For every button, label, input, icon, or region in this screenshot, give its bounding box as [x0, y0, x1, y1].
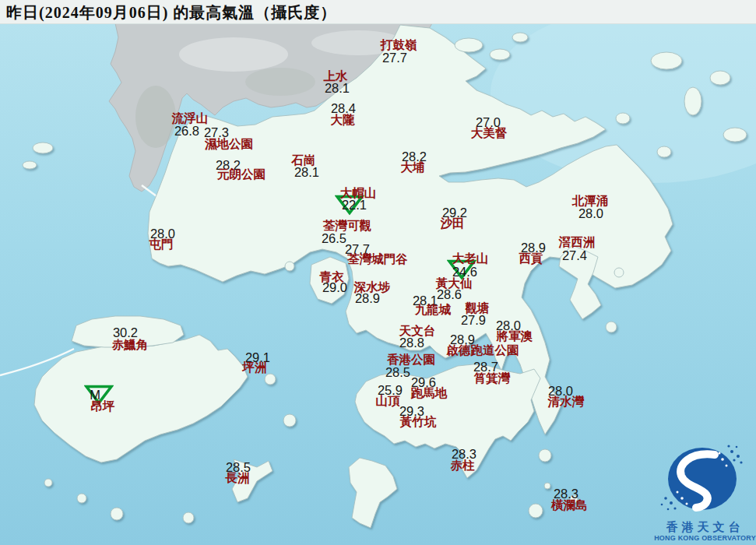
hko-logo: 香港天文台 HONG KONG OBSERVATORY: [654, 436, 756, 545]
station-name-label: 天文台: [399, 325, 436, 337]
shek-kwu-chau-islet: [183, 512, 194, 523]
station-temp-value: 26.8: [174, 125, 199, 138]
station-name-label: 橫瀾島: [551, 499, 588, 512]
hko-max-temperature-map: 昨日(2024年09月06日) 的最高氣溫（攝氏度） 27.7打鼓嶺28.1上水…: [0, 0, 756, 545]
hko-logo-name-en: HONG KONG OBSERVATORY: [654, 534, 756, 542]
station-name-label: 大隴: [331, 114, 355, 126]
station-name-label: 西貢: [519, 252, 543, 265]
station-temp-value: 30.2: [113, 326, 138, 339]
station-name-label: 大美督: [471, 127, 508, 139]
ne-island-1: [455, 38, 483, 52]
ma-wan-island: [285, 262, 294, 271]
port-shelter-islet-2: [606, 322, 617, 332]
ne-island-7: [723, 128, 747, 142]
station-name-label: 濕地公園: [205, 138, 253, 150]
soko-islet-3: [44, 479, 52, 487]
station-name-label: 石崗: [292, 154, 316, 167]
station-name-label: 荃灣城門谷: [347, 253, 408, 265]
station-temp-value: 27.9: [461, 314, 486, 327]
soko-islet-2: [111, 508, 123, 520]
station-name-label: 打鼓嶺: [381, 39, 417, 51]
tung-lung-island: [539, 449, 551, 462]
waglan-islet: [544, 483, 550, 489]
station-temp-value: 22.1: [342, 199, 367, 212]
hko-logo-icon: [654, 436, 756, 520]
station-name-label: 觀塘: [466, 302, 490, 315]
station-name-label: 荃灣可觀: [323, 220, 371, 232]
peng-chau-island: [265, 374, 276, 385]
station-name-label: 香港公園: [387, 353, 435, 366]
station-name-label: 黃大仙: [436, 277, 473, 290]
ne-island-5: [684, 87, 701, 115]
station-temp-value: 28.1: [325, 82, 350, 95]
station-name-label: 長洲: [226, 472, 250, 484]
hong-kong-map: [0, 0, 756, 545]
station-name-label: 黃竹坑: [400, 416, 437, 428]
station-name-label: 青衣: [320, 271, 344, 283]
station-temp-value: 27.4: [562, 249, 587, 262]
sha-chau-islet: [23, 161, 37, 169]
station-temp-value: 28.8: [399, 336, 424, 350]
station-name-label: 九龍城: [415, 304, 452, 316]
station-name-label: 山頂: [376, 395, 400, 407]
station-temp-value: 27.7: [382, 51, 407, 65]
station-name-label: 赤鱲角: [112, 339, 149, 351]
station-name-label: 跑馬地: [411, 387, 448, 399]
po-toi-island: [529, 504, 543, 518]
station-name-label: 上水: [324, 70, 348, 83]
station-name-label: 滘西洲: [559, 236, 596, 248]
station-name-label: 流浮山: [172, 112, 209, 125]
station-temp-value: 28.1: [294, 166, 319, 179]
ne-island-3: [512, 33, 528, 42]
ne-island-4: [651, 52, 682, 69]
ne-island-8: [657, 146, 671, 157]
hko-logo-name-zh: 香港天文台: [654, 520, 756, 535]
station-temp-value: 28.5: [385, 366, 410, 379]
lung-kwu-chau-islet: [33, 142, 53, 153]
port-shelter-islet: [614, 268, 624, 277]
station-name-label: 屯門: [149, 238, 174, 251]
station-name-label: 沙田: [441, 217, 465, 230]
station-name-label: 赤柱: [451, 459, 475, 472]
title-bar: 昨日(2024年09月06日) 的最高氣溫（攝氏度）: [0, 0, 756, 24]
station-name-label: 大帽山: [340, 187, 377, 199]
soko-islet-1: [77, 494, 86, 503]
station-name-label: 昂坪: [91, 400, 115, 413]
station-name-label: 元朗公園: [217, 168, 265, 181]
station-name-label: 坪洲: [243, 361, 267, 374]
page-title: 昨日(2024年09月06日) 的最高氣溫（攝氏度）: [6, 2, 336, 23]
station-name-label: 深水埗: [354, 281, 391, 294]
station-name-label: 大老山: [452, 252, 489, 265]
station-name-label: 北潭涌: [572, 195, 609, 207]
ne-island-2: [490, 49, 510, 60]
station-temp-value: 28.0: [578, 207, 603, 220]
station-name-label: 筲箕灣: [474, 372, 511, 385]
tap-mun-island: [616, 113, 630, 124]
station-temp-value: 26.5: [322, 232, 346, 245]
ne-island-6: [710, 71, 730, 85]
station-name-label: 啟德跑道公園: [447, 344, 519, 357]
station-name-label: 大埔: [401, 161, 425, 174]
station-name-label: 將軍澳: [497, 330, 533, 343]
hei-ling-chau-island: [283, 414, 296, 427]
station-name-label: 清水灣: [548, 396, 585, 408]
